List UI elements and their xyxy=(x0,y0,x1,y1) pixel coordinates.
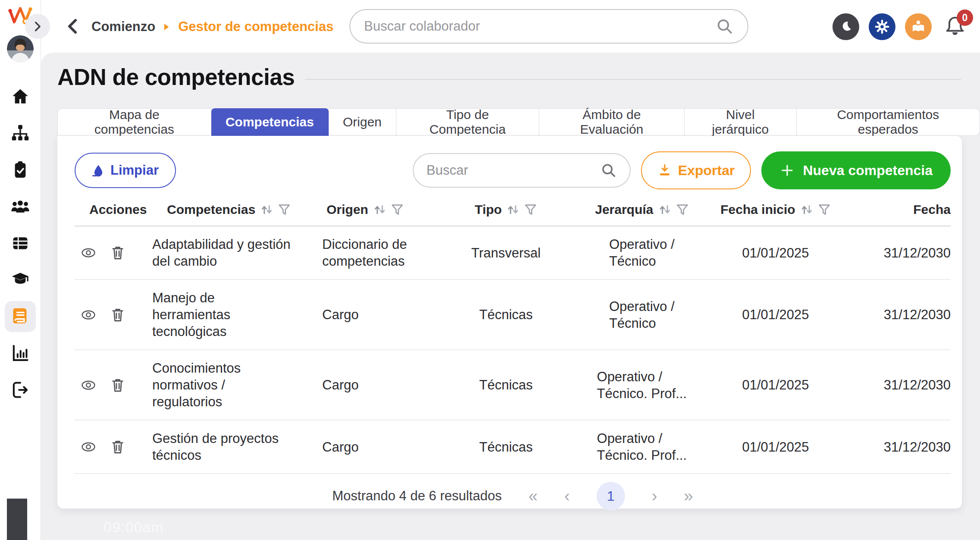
tab-mapa-de-competencias[interactable]: Mapa de competencias xyxy=(57,108,211,136)
delete-button[interactable] xyxy=(108,437,127,456)
delete-button[interactable] xyxy=(108,243,127,262)
notifications-button[interactable]: 0 xyxy=(941,13,969,41)
reading-person-icon xyxy=(910,18,927,35)
filter-funnel-icon[interactable] xyxy=(391,203,404,216)
tab-competencias[interactable]: Competencias xyxy=(211,108,329,136)
home-icon xyxy=(11,87,30,106)
table-header-row: Acciones Competencias Origen Tipo Jerarq… xyxy=(75,202,951,226)
last-page-button[interactable]: » xyxy=(684,487,693,505)
view-button[interactable] xyxy=(79,376,98,395)
filter-funnel-icon[interactable] xyxy=(676,203,689,216)
clear-filters-button[interactable]: Limpiar xyxy=(75,153,176,188)
user-avatar[interactable] xyxy=(7,35,34,62)
competencies-card: Limpiar Exportar xyxy=(57,136,962,509)
tab-origen[interactable]: Origen xyxy=(329,108,396,136)
title-divider xyxy=(305,79,961,80)
new-competency-label: Nueva competencia xyxy=(803,163,933,179)
sidebar-item-reports[interactable] xyxy=(5,338,36,369)
breadcrumb-current: Gestor de competencias xyxy=(178,19,333,35)
cell-tipo: Transversal xyxy=(441,245,571,261)
column-header-fecha-fin: Fecha xyxy=(838,202,951,217)
sidebar xyxy=(0,0,41,540)
view-button[interactable] xyxy=(79,305,98,324)
page-number-button[interactable]: 1 xyxy=(597,482,625,510)
search-icon[interactable] xyxy=(716,17,734,35)
sidebar-item-evaluations[interactable] xyxy=(5,154,36,185)
sidebar-item-home[interactable] xyxy=(5,81,36,112)
sidebar-item-training[interactable] xyxy=(5,264,36,295)
previous-page-button[interactable]: ‹ xyxy=(564,487,570,505)
eye-icon xyxy=(80,306,97,323)
learning-button[interactable] xyxy=(905,13,932,40)
cell-fecha-fin: 31/12/2030 xyxy=(838,377,951,393)
cell-jerarquia: Operativo / Técnico. Prof... xyxy=(597,430,687,464)
dark-mode-button[interactable] xyxy=(832,13,859,40)
back-button[interactable] xyxy=(63,16,83,37)
column-header-acciones: Acciones xyxy=(75,202,152,217)
sidebar-item-records[interactable] xyxy=(5,228,36,259)
table-row: Manejo de herramientas tecnológicas Carg… xyxy=(75,280,951,350)
settings-button[interactable] xyxy=(869,13,895,40)
next-page-button[interactable]: › xyxy=(652,487,657,505)
sidebar-item-org-chart[interactable] xyxy=(5,118,36,149)
sidebar-item-logout[interactable] xyxy=(5,374,36,405)
tab-ambito-de-evaluacion[interactable]: Ámbito de Evaluación xyxy=(539,108,685,136)
page-title: ADN de competencias xyxy=(57,64,295,90)
download-icon xyxy=(657,163,672,178)
people-group-icon xyxy=(11,197,30,216)
cell-competencia: Gestión de proyectos técnicos xyxy=(152,430,312,464)
bottom-left-panel-fragment xyxy=(7,499,27,540)
sidebar-item-people[interactable] xyxy=(5,191,36,222)
column-header-fecha-inicio: Fecha inicio xyxy=(713,202,838,217)
sidebar-collapse-button[interactable] xyxy=(25,14,50,39)
cell-competencia: Conocimientos normativos / regulatorios xyxy=(152,360,312,410)
first-page-button[interactable]: « xyxy=(528,487,537,505)
table-icon xyxy=(11,234,30,253)
trash-icon xyxy=(109,244,126,261)
cell-jerarquia: Operativo / Técnico xyxy=(609,236,675,270)
filter-funnel-icon[interactable] xyxy=(524,203,537,216)
filter-funnel-icon[interactable] xyxy=(278,203,291,216)
sort-icon[interactable] xyxy=(373,204,386,216)
cell-competencia: Manejo de herramientas tecnológicas xyxy=(152,289,312,340)
sort-icon[interactable] xyxy=(260,204,273,216)
book-icon xyxy=(11,307,30,326)
tab-tipo-de-competencia[interactable]: Tipo de Competencia xyxy=(396,108,539,136)
bar-chart-icon xyxy=(11,344,30,363)
new-competency-button[interactable]: Nueva competencia xyxy=(761,151,951,189)
breadcrumb-root[interactable]: Comienzo xyxy=(91,19,155,35)
view-button[interactable] xyxy=(79,243,98,262)
view-button[interactable] xyxy=(79,437,98,456)
export-button[interactable]: Exportar xyxy=(641,151,751,189)
sort-icon[interactable] xyxy=(658,204,672,216)
delete-button[interactable] xyxy=(108,305,127,324)
global-search-input[interactable] xyxy=(364,19,716,34)
search-icon[interactable] xyxy=(600,162,617,179)
cell-origen: Diccionario de competencias xyxy=(312,236,441,270)
filter-funnel-icon[interactable] xyxy=(818,203,831,216)
column-header-tipo: Tipo xyxy=(441,202,571,217)
table-search-input[interactable] xyxy=(427,163,600,178)
header-actions: 0 xyxy=(832,13,969,41)
moon-icon xyxy=(837,18,854,35)
delete-button[interactable] xyxy=(108,376,127,395)
breadcrumb: Comienzo Gestor de competencias xyxy=(91,19,333,35)
avatar-photo xyxy=(7,35,34,62)
cell-competencia: Adaptabilidad y gestión del cambio xyxy=(152,236,312,270)
chevron-right-icon xyxy=(32,20,43,33)
org-chart-icon xyxy=(11,124,30,143)
sort-icon[interactable] xyxy=(506,204,520,216)
cell-fecha-inicio: 01/01/2025 xyxy=(713,245,838,261)
sort-icon[interactable] xyxy=(800,204,814,216)
tab-comportamientos-esperados[interactable]: Comportamientos esperados xyxy=(797,108,980,136)
global-search xyxy=(349,9,748,44)
cell-origen: Cargo xyxy=(312,306,441,323)
clean-icon xyxy=(92,164,105,177)
plus-icon xyxy=(779,163,795,178)
cell-jerarquia: Operativo / Técnico xyxy=(609,298,675,332)
table-toolbar: Limpiar Exportar xyxy=(75,136,951,189)
cell-origen: Cargo xyxy=(312,439,441,455)
tab-nivel-jerarquico[interactable]: Nivel jerárquico xyxy=(685,108,796,136)
cell-fecha-fin: 31/12/2030 xyxy=(838,306,951,323)
sidebar-item-competencies[interactable] xyxy=(5,301,36,332)
